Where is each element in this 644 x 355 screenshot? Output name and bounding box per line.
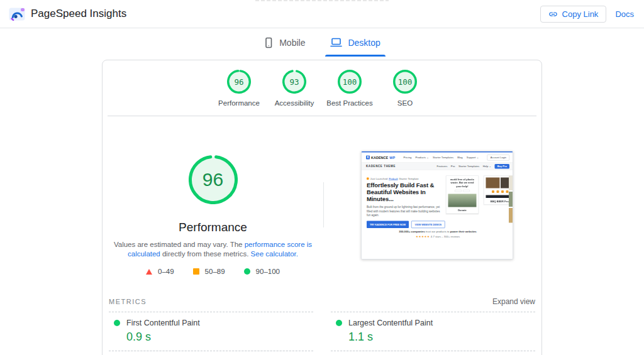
thumb-footer: 300,000+ companies trust our products to… [362,230,513,238]
metric-pass-icon [336,320,342,326]
best-practices-score-gauge: 100 [338,70,362,94]
star-rating-icon: ★★★★★ [416,235,430,238]
score-item-seo[interactable]: 100 SEO [377,70,433,107]
copy-link-button[interactable]: Copy Link [540,6,607,23]
metric-value: 1.1 s [348,330,535,344]
copy-link-label: Copy Link [562,9,599,19]
thumb-cta-row: TRY KADENCE FOR FREE NOW VIEW WEBSITE DE… [367,221,513,229]
legend-range: 90–100 [256,268,280,275]
thumb-nav-item: Products ⌄ [415,156,429,159]
thumb-footer-bold: power their websites [450,230,477,233]
top-dashed-indicator [255,0,389,1]
accessibility-score-gauge: 93 [282,70,306,94]
thumb-secondary-cta: VIEW WEBSITE DEMOS [411,221,445,229]
see-calculator-link[interactable]: See calculator. [251,250,298,258]
thumb-logo-suffix: WP [389,156,395,160]
score-item-accessibility[interactable]: 93 Accessibility [267,70,322,107]
thumb-site-header: K KADENCE WP Pricing Products ⌄ Starter … [362,153,513,163]
performance-section: 96 Performance Values are estimated and … [103,116,541,278]
thumb-buy-pro-button: Buy Pro [495,164,509,169]
desktop-icon [330,37,342,48]
score-item-best-practices[interactable]: 100 Best Practices [322,70,377,107]
thumb-launch-text: Starter Template [399,177,419,180]
tab-desktop-label: Desktop [348,38,380,48]
metric-value: 0.9 s [126,330,313,344]
tab-desktop[interactable]: Desktop [324,28,386,57]
score-label: SEO [397,99,413,107]
thumb-template-card-partial [509,176,513,223]
active-tab-underline [325,55,385,57]
expand-view-link[interactable]: Expand view [492,297,535,306]
thumb-launch-link: Prebuilt [389,177,397,180]
brand: PageSpeed Insights [9,8,126,21]
thumb-card-buttons [448,190,477,192]
thumb-card-photo [448,194,477,207]
metric-cell-cls: Cumulative Layout Shift 0.005 [331,351,535,355]
thumb-theme-nav-item: Help ⌄ [483,165,491,168]
note-text: directly from these metrics. [160,250,251,258]
report-card: 96 Performance 93 Accessibility 100 Best… [102,60,542,355]
thumb-nav-item: Blog [457,156,463,159]
thumb-rating-line: ★★★★★ 4.7 stars – 300+ reviews [362,235,513,238]
thumb-card-text: world free of plastic waste. But we need… [448,178,477,188]
docs-link[interactable]: Docs [615,9,634,19]
thumb-logo-name: KADENCE [371,156,388,160]
thumb-heading: Effortlessly Build Fast & Beautiful Webs… [367,182,446,203]
thumb-footer-text: trust our products to [425,230,450,233]
thumb-theme-nav-item: Starter Templates [458,165,479,168]
thumb-theme-nav-item: Pro [451,165,455,168]
performance-main-gauge: 96 [189,155,238,204]
thumbnail-site: K KADENCE WP Pricing Products ⌄ Starter … [362,151,513,259]
average-square-icon [193,268,199,275]
score-legend: 0–49 50–89 90–100 [146,268,280,275]
thumb-nav-item: Support ⌄ [467,156,479,159]
thumb-footer-line: 300,000+ companies trust our products to… [362,230,513,233]
mobile-icon [264,37,274,48]
metric-cell-lcp: Largest Contentful Paint 1.1 s [331,312,535,351]
app-header: PageSpeed Insights Copy Link Docs [0,0,644,28]
note-text: Values are estimated and may vary. The [114,241,245,248]
launch-badge-icon [367,177,369,180]
thumb-primary-cta: TRY KADENCE FOR FREE NOW [367,221,409,229]
header-actions: Copy Link Docs [540,6,635,23]
thumb-account-button: Account Login [487,155,509,161]
thumb-nav-item: Pricing [403,156,411,159]
pass-circle-icon [244,268,250,275]
metric-label: Largest Contentful Paint [348,319,433,327]
thumb-theme-bar: KADENCE THEME Features Pro Starter Templ… [362,163,513,170]
metrics-grid: First Contentful Paint 0.9 s Largest Con… [103,312,541,355]
thumb-theme-nav: Features Pro Starter Templates Help ⌄ Bu… [437,164,509,169]
legend-item-fail: 0–49 [146,268,174,275]
thumb-site-logo: K KADENCE WP [366,156,395,160]
app-title: PageSpeed Insights [31,8,126,20]
score-label: Best Practices [326,99,373,107]
thumb-hero: Just Launched Prebuilt Starter Template … [362,170,513,242]
metric-pass-icon [114,320,120,326]
thumb-paragraph: Built from the ground up for lightning-f… [367,205,442,218]
tab-mobile[interactable]: Mobile [257,28,311,57]
thumb-card-caption: Donate [448,209,477,212]
thumb-launch-text: Just Launched [370,177,388,180]
thumb-template-card-donate: world free of plastic waste. But we need… [446,176,479,214]
thumb-theme-label: KADENCE THEME [366,165,396,168]
legend-item-pass: 90–100 [244,268,280,275]
kadence-logo-icon: K [366,156,370,160]
tab-mobile-label: Mobile [279,38,305,48]
pagespeed-logo-icon [9,8,25,21]
fail-triangle-icon [146,269,152,275]
metric-cell-tbt: Total Blocking Time 10 ms [109,351,313,355]
category-scores: 96 Performance 93 Accessibility 100 Best… [103,60,541,107]
legend-item-average: 50–89 [193,268,225,275]
metric-cell-fcp: First Contentful Paint 0.9 s [109,312,313,351]
link-icon [548,9,558,19]
thumb-nav-item: Starter Templates [433,156,453,159]
page-thumbnail[interactable]: K KADENCE WP Pricing Products ⌄ Starter … [361,151,513,259]
performance-title: Performance [179,221,247,234]
legend-range: 0–49 [158,268,174,275]
seo-score-gauge: 100 [393,70,417,94]
score-label: Accessibility [275,99,314,107]
device-tabs: Mobile Desktop [0,28,644,57]
thumb-site-nav: Pricing Products ⌄ Starter Templates Blo… [400,156,482,159]
score-item-performance[interactable]: 96 Performance [211,70,267,107]
performance-gauge-panel: 96 Performance Values are estimated and … [103,116,323,278]
